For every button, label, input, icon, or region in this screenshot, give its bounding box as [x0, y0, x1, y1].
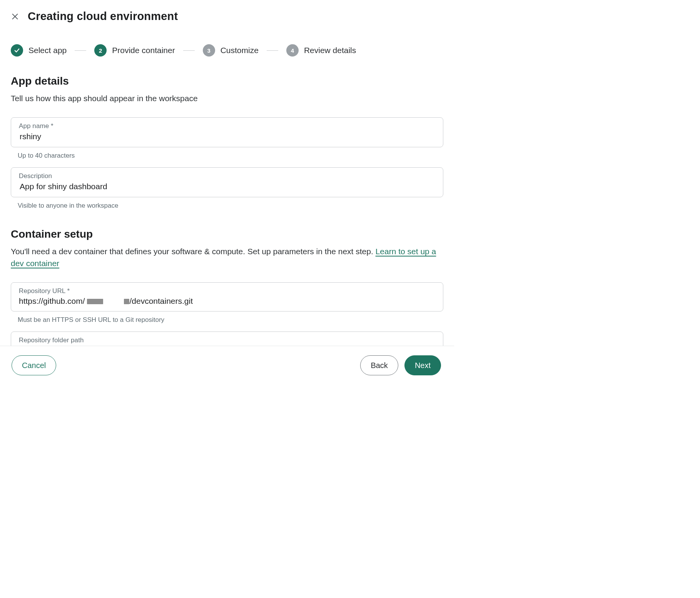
dialog-title: Creating cloud environment [28, 10, 178, 23]
description-helper: Visible to anyone in the workspace [11, 202, 443, 210]
app-name-field[interactable]: App name * [11, 117, 443, 147]
dialog-footer: Cancel Back Next [0, 346, 454, 385]
cancel-button[interactable]: Cancel [12, 355, 56, 375]
stepper: Select app 2 Provide container 3 Customi… [11, 44, 443, 57]
step-connector [267, 50, 278, 51]
app-name-helper: Up to 40 characters [11, 152, 443, 160]
step-connector [75, 50, 86, 51]
step-customize[interactable]: 3 Customize [203, 44, 259, 57]
step-connector [183, 50, 195, 51]
app-name-label: App name * [19, 122, 435, 130]
app-details-heading: App details [11, 75, 443, 87]
close-button[interactable] [9, 11, 21, 22]
repo-url-prefix: https://github.com/ [19, 297, 87, 305]
step-label: Select app [28, 46, 67, 55]
dialog-header: Creating cloud environment [0, 0, 454, 23]
dialog-content: Select app 2 Provide container 3 Customi… [0, 23, 454, 346]
step-select-app[interactable]: Select app [11, 44, 67, 57]
app-details-subheading: Tell us how this app should appear in th… [11, 93, 443, 104]
repo-url-helper: Must be an HTTPS or SSH URL to a Git rep… [11, 316, 443, 324]
repo-url-label: Repository URL * [19, 287, 435, 295]
repo-url-suffix: /devcontainers.git [129, 297, 193, 305]
description-label: Description [19, 172, 435, 180]
app-name-input[interactable] [19, 132, 435, 142]
step-circle: 4 [286, 44, 299, 57]
check-icon [13, 47, 20, 54]
container-setup-subheading-text: You'll need a dev container that defines… [11, 247, 376, 256]
step-circle: 3 [203, 44, 215, 57]
step-label: Customize [221, 46, 259, 55]
step-circle: 2 [94, 44, 107, 57]
back-button[interactable]: Back [360, 355, 398, 375]
next-button[interactable]: Next [404, 355, 441, 375]
description-field[interactable]: Description [11, 167, 443, 197]
container-setup-heading: Container setup [11, 228, 443, 240]
repo-url-field[interactable]: Repository URL * https://github.com/ /de… [11, 282, 443, 311]
repo-path-label: Repository folder path [19, 336, 435, 344]
step-provide-container[interactable]: 2 Provide container [94, 44, 175, 57]
step-circle [11, 44, 23, 57]
description-input[interactable] [19, 182, 435, 192]
container-setup-subheading: You'll need a dev container that defines… [11, 246, 443, 269]
repo-url-input[interactable]: https://github.com/ /devcontainers.git [19, 297, 435, 306]
step-label: Review details [304, 46, 356, 55]
step-review-details[interactable]: 4 Review details [286, 44, 356, 57]
step-label: Provide container [112, 46, 175, 55]
redacted-text [124, 299, 129, 304]
close-icon [11, 12, 19, 21]
create-cloud-env-dialog: Creating cloud environment Select app 2 … [0, 0, 454, 385]
repo-path-field[interactable]: Repository folder path [11, 331, 443, 346]
redacted-text [87, 299, 103, 304]
